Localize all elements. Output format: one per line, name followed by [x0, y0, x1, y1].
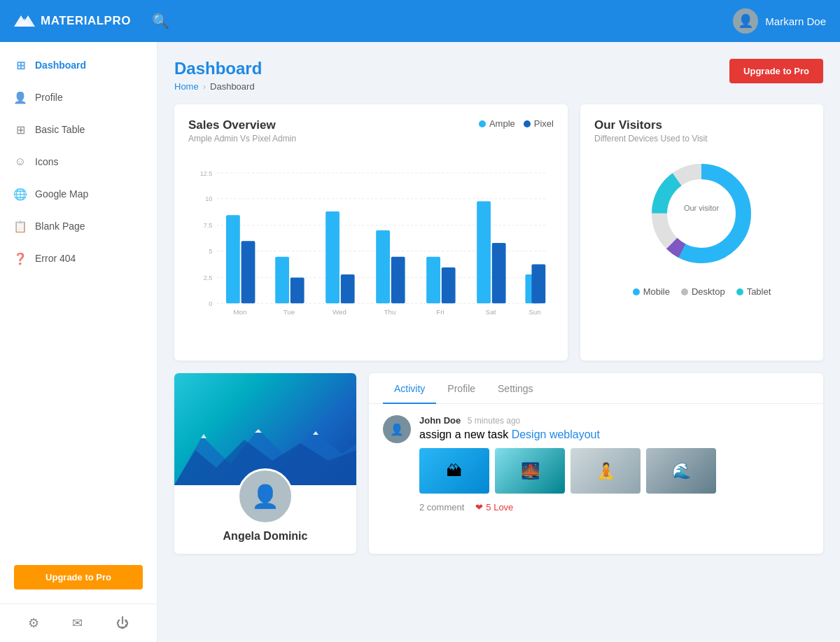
power-icon[interactable]: ⏻	[116, 616, 129, 631]
tab-activity[interactable]: Activity	[383, 373, 436, 404]
sales-overview-card: Sales Overview Ample Admin Vs Pixel Admi…	[174, 104, 568, 361]
app-logo[interactable]: MATERIALPRO	[14, 13, 131, 29]
img-placeholder-4: 🌊	[646, 448, 716, 494]
page-icon: 📋	[14, 220, 27, 232]
table-icon: ⊞	[14, 123, 27, 136]
svg-text:2.5: 2.5	[204, 274, 212, 281]
svg-marker-42	[255, 429, 262, 433]
sidebar-label-dashboard: Dashboard	[35, 60, 86, 71]
profile-avatar-section: 👤 Angela Dominic	[174, 457, 356, 554]
dashboard-icon: ⊞	[14, 59, 27, 71]
profile-icon: 👤	[14, 91, 27, 104]
legend-mobile: Mobile	[633, 286, 670, 297]
sidebar-item-blank-page[interactable]: 📋 Blank Page	[0, 210, 157, 242]
sales-title: Sales Overview	[188, 118, 296, 132]
legend-pixel-label: Pixel	[534, 118, 554, 129]
sidebar-item-google-map[interactable]: 🌐 Google Map	[0, 178, 157, 210]
visitors-card: Our Visitors Different Devices Used to V…	[580, 104, 823, 361]
legend-desktop: Desktop	[681, 286, 725, 297]
tab-settings[interactable]: Settings	[486, 373, 545, 404]
breadcrumb-home[interactable]: Home	[174, 81, 199, 92]
legend-desktop-label: Desktop	[692, 286, 725, 297]
mail-icon[interactable]: ✉	[72, 615, 83, 631]
svg-text:Mon: Mon	[233, 308, 246, 316]
tab-profile[interactable]: Profile	[436, 373, 486, 404]
sidebar: ⊞ Dashboard 👤 Profile ⊞ Basic Table ☺ Ic…	[0, 42, 158, 642]
activity-image-2: 🌉	[495, 448, 565, 494]
page-header: Dashboard Home › Dashboard Upgrade to Pr…	[174, 59, 823, 92]
svg-text:Fri: Fri	[436, 308, 444, 316]
love-count: 5 Love	[486, 502, 513, 512]
svg-text:12.5: 12.5	[200, 170, 213, 177]
svg-rect-33	[531, 264, 545, 303]
sidebar-label-error-404: Error 404	[35, 253, 76, 264]
legend-ample: Ample	[479, 118, 515, 129]
svg-text:5: 5	[209, 248, 212, 255]
error-icon: ❓	[14, 252, 27, 265]
activity-header-text: John Doe 5 minutes ago	[419, 415, 716, 426]
sales-legend: Ample Pixel	[479, 118, 554, 129]
activity-comments: 2 comment	[419, 502, 464, 512]
legend-tablet-label: Tablet	[747, 286, 771, 297]
sidebar-item-basic-table[interactable]: ⊞ Basic Table	[0, 113, 157, 146]
legend-mobile-label: Mobile	[643, 286, 670, 297]
sidebar-item-error-404[interactable]: ❓ Error 404	[0, 242, 157, 274]
legend-tablet-dot	[736, 288, 743, 295]
activity-love: ❤ 5 Love	[475, 502, 513, 512]
bottom-row: 👤 Angela Dominic Activity Profile Settin…	[174, 373, 823, 554]
legend-pixel-dot	[524, 120, 531, 127]
activity-body: 👤 John Doe 5 minutes ago assign a new ta…	[369, 404, 823, 524]
svg-marker-44	[201, 434, 206, 438]
svg-text:Tue: Tue	[284, 308, 295, 316]
svg-text:Sun: Sun	[528, 308, 541, 316]
app-name: MATERIALPRO	[41, 14, 131, 28]
profile-name: Angela Dominic	[223, 530, 308, 543]
img-placeholder-2: 🌉	[495, 448, 565, 494]
svg-rect-27	[442, 267, 456, 303]
svg-text:Our visitor: Our visitor	[684, 204, 719, 212]
legend-mobile-dot	[633, 288, 640, 295]
page-title: Dashboard	[174, 59, 262, 78]
sidebar-item-profile[interactable]: 👤 Profile	[0, 81, 157, 113]
upgrade-to-pro-button[interactable]: Upgrade to Pro	[729, 59, 823, 83]
sidebar-upgrade-button[interactable]: Upgrade to Pro	[14, 565, 143, 589]
sidebar-item-icons[interactable]: ☺ Icons	[0, 146, 157, 178]
visitors-title: Our Visitors	[594, 118, 809, 132]
search-icon[interactable]: 🔍	[152, 13, 169, 29]
legend-desktop-dot	[681, 288, 688, 295]
map-icon: 🌐	[14, 188, 27, 200]
activity-time: 5 minutes ago	[468, 416, 520, 426]
legend-pixel: Pixel	[524, 118, 554, 129]
settings-icon[interactable]: ⚙	[28, 615, 39, 631]
activity-user-name: John Doe	[419, 415, 461, 426]
svg-text:0: 0	[209, 300, 212, 307]
user-menu[interactable]: 👤 Markarn Doe	[733, 8, 826, 34]
sidebar-item-dashboard[interactable]: ⊞ Dashboard	[0, 49, 157, 81]
svg-text:10: 10	[205, 196, 212, 203]
page-title-block: Dashboard Home › Dashboard	[174, 59, 262, 92]
breadcrumb-current: Dashboard	[210, 81, 255, 92]
top-navigation: MATERIALPRO 🔍 👤 Markarn Doe	[0, 0, 840, 42]
svg-text:Thu: Thu	[384, 308, 396, 316]
svg-rect-15	[241, 241, 255, 303]
breadcrumb-separator: ›	[203, 81, 206, 92]
activity-action: assign a new task	[419, 428, 508, 440]
img-placeholder-1: 🏔	[419, 448, 489, 494]
activity-image-1: 🏔	[419, 448, 489, 494]
legend-ample-dot	[479, 120, 486, 127]
donut-chart-svg: Our visitor	[638, 151, 764, 277]
heart-icon: ❤	[475, 502, 483, 512]
bar-chart-svg: 12.5 10 7.5 5 2.5 0 Mon	[188, 151, 554, 347]
logo-icon	[14, 13, 35, 29]
sidebar-upgrade-section: Upgrade to Pro	[0, 551, 157, 603]
activity-item: 👤 John Doe 5 minutes ago assign a new ta…	[383, 415, 809, 512]
activity-link[interactable]: Design weblayout	[512, 428, 600, 440]
svg-rect-21	[341, 274, 355, 303]
bar-chart: 12.5 10 7.5 5 2.5 0 Mon	[188, 151, 554, 347]
sales-card-header: Sales Overview Ample Admin Vs Pixel Admi…	[188, 118, 554, 144]
sidebar-label-google-map: Google Map	[35, 188, 88, 200]
svg-text:7.5: 7.5	[204, 222, 212, 229]
sales-subtitle: Ample Admin Vs Pixel Admin	[188, 134, 296, 144]
svg-rect-17	[275, 257, 289, 304]
sidebar-footer: ⚙ ✉ ⏻	[0, 603, 157, 642]
